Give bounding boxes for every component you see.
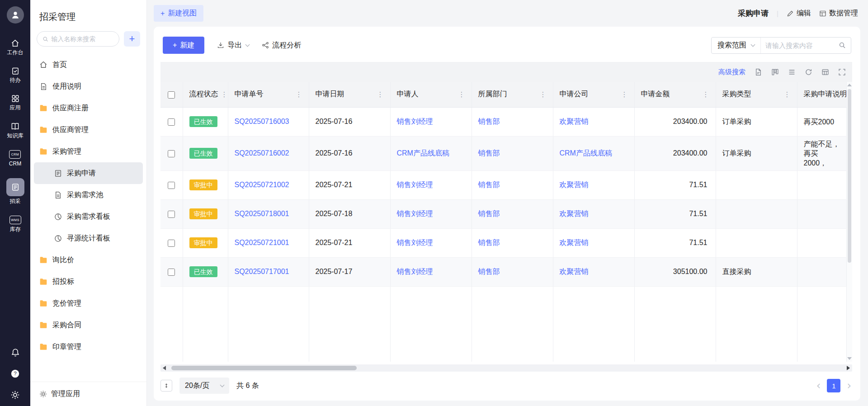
scroll-up-arrow[interactable] (847, 84, 852, 86)
row-checkbox[interactable] (168, 269, 175, 276)
column-menu-icon[interactable]: ⋮ (218, 90, 228, 99)
sidebar-item-purchase-request[interactable]: 采购申请 (34, 162, 143, 184)
sidebar-item-seal[interactable]: 印章管理 (34, 336, 143, 358)
manage-apps-button[interactable]: 管理应用 (30, 382, 146, 406)
prev-page-button[interactable]: ‹ (816, 380, 821, 391)
request-no-link[interactable]: SQ20250717001 (235, 268, 289, 275)
sidebar-item-bidding[interactable]: 招投标 (34, 271, 143, 293)
company-link[interactable]: 欢聚营销 (560, 268, 589, 275)
select-all-checkbox[interactable] (168, 91, 175, 99)
notifications-button[interactable] (11, 348, 20, 357)
column-menu-icon[interactable]: ⋮ (374, 90, 384, 99)
column-header-company: 申请公司⋮ (553, 82, 634, 107)
rail-item-workbench[interactable]: 工作台 (7, 39, 24, 55)
edit-label: 编辑 (797, 9, 811, 18)
sidebar-item-auction[interactable]: 竞价管理 (34, 293, 143, 314)
column-menu-icon[interactable]: ⋮ (700, 90, 709, 99)
page-size-select[interactable]: 20条/页 (179, 378, 229, 394)
department-link[interactable]: 销售部 (478, 181, 500, 189)
applicant-link[interactable]: 销售刘经理 (397, 268, 433, 275)
fullscreen-icon[interactable] (838, 68, 846, 76)
search-submit[interactable] (839, 42, 851, 49)
sidebar-item-supplier-register[interactable]: 供应商注册 (34, 97, 143, 119)
scroll-left-arrow[interactable] (163, 366, 166, 370)
create-button[interactable]: + 新建 (163, 37, 204, 54)
department-link[interactable]: 销售部 (478, 239, 500, 246)
company-link[interactable]: 欢聚营销 (560, 239, 589, 246)
search-scope-select[interactable]: 搜索范围 (712, 38, 761, 53)
applicant-link[interactable]: CRM产品线底稿 (397, 149, 449, 157)
request-no-link[interactable]: SQ20250721002 (235, 181, 289, 189)
search-input[interactable] (761, 42, 839, 49)
flow-analysis-button[interactable]: 流程分析 (262, 41, 301, 50)
new-view-button[interactable]: + 新建视图 (154, 5, 203, 22)
list-view-icon[interactable] (788, 68, 796, 76)
row-checkbox[interactable] (168, 182, 175, 189)
advanced-search-link[interactable]: 高级搜索 (718, 68, 745, 76)
flow-analysis-label: 流程分析 (272, 41, 301, 50)
rail-item-apps[interactable]: 应用 (10, 94, 21, 110)
request-no-link[interactable]: SQ20250716002 (235, 149, 289, 157)
applicant-link[interactable]: 销售刘经理 (397, 239, 433, 246)
data-manage-button[interactable]: 数据管理 (819, 9, 858, 18)
table-header-row: 流程状态⋮ 申请单号⋮ 申请日期⋮ 申请人⋮ 所属部门⋮ 申请公司⋮ 申请金额⋮… (160, 82, 847, 107)
help-button[interactable]: ? (10, 369, 20, 378)
row-height-toggle[interactable] (160, 380, 172, 392)
rail-item-crm[interactable]: CRM CRM (9, 150, 21, 166)
department-link[interactable]: 销售部 (478, 210, 500, 217)
scroll-right-arrow[interactable] (847, 366, 850, 370)
company-link[interactable]: 欢聚营销 (560, 118, 589, 125)
department-link[interactable]: 销售部 (478, 268, 500, 275)
export-button[interactable]: 导出 (217, 41, 249, 50)
applicant-link[interactable]: 销售刘经理 (397, 181, 433, 189)
department-link[interactable]: 销售部 (478, 118, 500, 125)
refresh-icon[interactable] (805, 68, 812, 76)
edit-button[interactable]: 编辑 (787, 9, 811, 18)
vertical-scroll-thumb[interactable] (848, 89, 851, 263)
sidebar-item-contract[interactable]: 采购合同 (34, 314, 143, 336)
sidebar-item-supplier-manage[interactable]: 供应商管理 (34, 119, 143, 141)
row-checkbox[interactable] (168, 118, 175, 126)
sidebar-item-demand-pool[interactable]: 采购需求池 (34, 184, 143, 206)
company-link[interactable]: 欢聚营销 (560, 181, 589, 189)
horizontal-scroll-thumb[interactable] (171, 366, 357, 370)
rail-item-todo[interactable]: 待办 (10, 67, 21, 83)
column-menu-icon[interactable]: ⋮ (537, 90, 547, 99)
column-menu-icon[interactable]: ⋮ (618, 90, 628, 99)
sidebar-item-sourcing-board[interactable]: 寻源统计看板 (34, 227, 143, 249)
rail-item-knowledge[interactable]: 知识库 (7, 122, 24, 138)
column-menu-icon[interactable]: ⋮ (781, 90, 791, 99)
request-no-link[interactable]: SQ20250718001 (235, 210, 289, 217)
kanban-view-icon[interactable] (771, 68, 779, 76)
sidebar-search-input[interactable] (51, 35, 113, 42)
settings-button[interactable] (10, 390, 20, 400)
avatar[interactable] (7, 6, 24, 24)
sidebar-item-home[interactable]: 首页 (34, 54, 143, 76)
rail-item-wms[interactable]: WMS 库存 (9, 216, 21, 232)
department-link[interactable]: 销售部 (478, 149, 500, 157)
sidebar-item-instructions[interactable]: 使用说明 (34, 76, 143, 97)
sidebar-item-demand-board[interactable]: 采购需求看板 (34, 206, 143, 227)
column-menu-icon[interactable]: ⋮ (456, 90, 465, 99)
horizontal-scrollbar[interactable] (160, 364, 852, 372)
add-node-button[interactable]: + (124, 31, 140, 47)
request-no-link[interactable]: SQ20250721001 (235, 239, 289, 246)
next-page-button[interactable]: › (847, 380, 851, 391)
applicant-link[interactable]: 销售刘经理 (397, 210, 433, 217)
request-no-link[interactable]: SQ20250716003 (235, 118, 289, 125)
company-link[interactable]: 欢聚营销 (560, 210, 589, 217)
edit-view-icon[interactable] (755, 68, 762, 76)
row-checkbox[interactable] (168, 211, 175, 218)
vertical-scrollbar[interactable] (847, 82, 852, 362)
row-checkbox[interactable] (168, 240, 175, 247)
rail-item-procurement-active[interactable]: 招采 (6, 178, 24, 204)
column-settings-icon[interactable] (821, 68, 829, 76)
applicant-link[interactable]: 销售刘经理 (397, 118, 433, 125)
current-page-button[interactable]: 1 (827, 379, 840, 392)
sidebar-item-purchase-manage[interactable]: 采购管理 (34, 141, 143, 162)
company-link[interactable]: CRM产品线底稿 (560, 149, 612, 157)
scroll-down-arrow[interactable] (847, 357, 852, 360)
sidebar-item-inquiry[interactable]: 询比价 (34, 249, 143, 271)
row-checkbox[interactable] (168, 150, 175, 157)
column-menu-icon[interactable]: ⋮ (293, 90, 302, 99)
